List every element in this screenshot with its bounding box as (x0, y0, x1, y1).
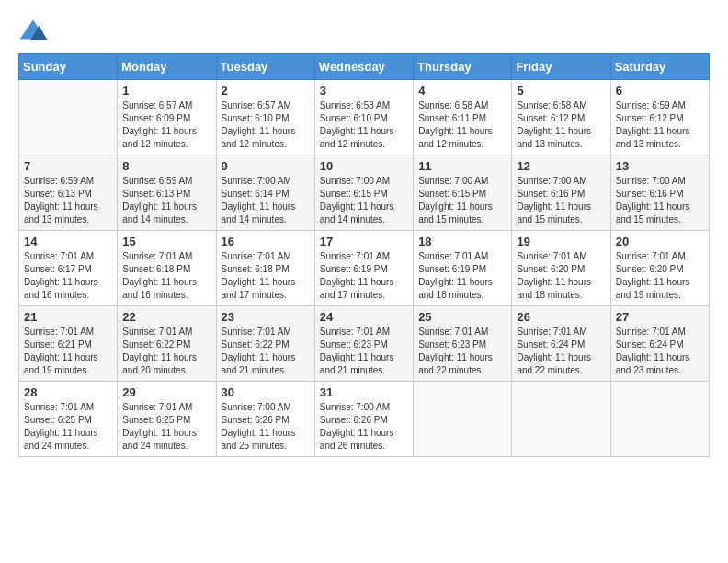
day-info: Sunrise: 7:00 AM Sunset: 6:16 PM Dayligh… (517, 175, 605, 226)
calendar-cell: 21Sunrise: 7:01 AM Sunset: 6:21 PM Dayli… (19, 306, 118, 382)
day-info: Sunrise: 6:59 AM Sunset: 6:13 PM Dayligh… (122, 175, 210, 226)
calendar-cell: 27Sunrise: 7:01 AM Sunset: 6:24 PM Dayli… (610, 306, 709, 382)
calendar-cell (414, 382, 512, 457)
day-info: Sunrise: 7:01 AM Sunset: 6:24 PM Dayligh… (616, 326, 704, 377)
calendar-cell: 29Sunrise: 7:01 AM Sunset: 6:25 PM Dayli… (118, 382, 216, 457)
day-info: Sunrise: 7:01 AM Sunset: 6:20 PM Dayligh… (616, 250, 704, 302)
calendar-cell (19, 80, 118, 155)
day-number: 7 (24, 159, 112, 173)
calendar-cell: 7Sunrise: 6:59 AM Sunset: 6:13 PM Daylig… (19, 155, 118, 231)
calendar-cell: 14Sunrise: 7:01 AM Sunset: 6:17 PM Dayli… (19, 231, 118, 306)
day-info: Sunrise: 7:01 AM Sunset: 6:19 PM Dayligh… (418, 250, 506, 302)
day-number: 22 (122, 310, 210, 324)
day-info: Sunrise: 7:01 AM Sunset: 6:20 PM Dayligh… (517, 250, 605, 302)
day-header-sunday: Sunday (19, 54, 118, 80)
day-info: Sunrise: 7:00 AM Sunset: 6:15 PM Dayligh… (320, 175, 408, 226)
day-info: Sunrise: 6:58 AM Sunset: 6:11 PM Dayligh… (418, 99, 506, 151)
calendar-week-row: 14Sunrise: 7:01 AM Sunset: 6:17 PM Dayli… (19, 231, 710, 306)
day-info: Sunrise: 6:58 AM Sunset: 6:12 PM Dayligh… (517, 99, 605, 151)
calendar-cell: 24Sunrise: 7:01 AM Sunset: 6:23 PM Dayli… (314, 306, 413, 382)
day-info: Sunrise: 7:01 AM Sunset: 6:23 PM Dayligh… (320, 326, 408, 377)
day-number: 12 (517, 159, 605, 173)
calendar-week-row: 21Sunrise: 7:01 AM Sunset: 6:21 PM Dayli… (19, 306, 710, 382)
day-info: Sunrise: 6:59 AM Sunset: 6:13 PM Dayligh… (24, 175, 112, 226)
day-header-thursday: Thursday (414, 54, 512, 80)
day-number: 16 (222, 235, 310, 248)
day-number: 30 (222, 385, 310, 399)
day-number: 28 (24, 385, 112, 399)
day-number: 5 (517, 84, 605, 98)
calendar-cell: 12Sunrise: 7:00 AM Sunset: 6:16 PM Dayli… (512, 155, 610, 231)
calendar-cell: 11Sunrise: 7:00 AM Sunset: 6:15 PM Dayli… (414, 155, 512, 231)
calendar-cell: 4Sunrise: 6:58 AM Sunset: 6:11 PM Daylig… (414, 80, 512, 155)
calendar-cell: 22Sunrise: 7:01 AM Sunset: 6:22 PM Dayli… (118, 306, 216, 382)
day-number: 13 (616, 159, 704, 173)
day-number: 18 (418, 235, 506, 248)
day-info: Sunrise: 6:57 AM Sunset: 6:10 PM Dayligh… (222, 99, 310, 151)
calendar-cell: 5Sunrise: 6:58 AM Sunset: 6:12 PM Daylig… (512, 80, 610, 155)
day-number: 27 (616, 310, 704, 324)
calendar-cell: 28Sunrise: 7:01 AM Sunset: 6:25 PM Dayli… (19, 382, 118, 457)
calendar-cell: 23Sunrise: 7:01 AM Sunset: 6:22 PM Dayli… (216, 306, 314, 382)
day-header-saturday: Saturday (610, 54, 709, 80)
day-header-tuesday: Tuesday (216, 54, 314, 80)
day-info: Sunrise: 7:01 AM Sunset: 6:18 PM Dayligh… (122, 250, 210, 302)
page-header (18, 18, 710, 44)
calendar-cell: 16Sunrise: 7:01 AM Sunset: 6:18 PM Dayli… (216, 231, 314, 306)
calendar-cell: 15Sunrise: 7:01 AM Sunset: 6:18 PM Dayli… (118, 231, 216, 306)
calendar-cell: 9Sunrise: 7:00 AM Sunset: 6:14 PM Daylig… (216, 155, 314, 231)
calendar-table: SundayMondayTuesdayWednesdayThursdayFrid… (18, 53, 710, 457)
day-info: Sunrise: 7:00 AM Sunset: 6:16 PM Dayligh… (616, 175, 704, 226)
logo (18, 18, 51, 44)
calendar-header-row: SundayMondayTuesdayWednesdayThursdayFrid… (19, 54, 710, 80)
calendar-cell: 2Sunrise: 6:57 AM Sunset: 6:10 PM Daylig… (216, 80, 314, 155)
day-info: Sunrise: 7:01 AM Sunset: 6:17 PM Dayligh… (24, 250, 112, 302)
day-info: Sunrise: 7:01 AM Sunset: 6:19 PM Dayligh… (320, 250, 408, 302)
day-info: Sunrise: 6:59 AM Sunset: 6:12 PM Dayligh… (616, 99, 704, 151)
day-number: 23 (222, 310, 310, 324)
day-info: Sunrise: 7:01 AM Sunset: 6:25 PM Dayligh… (122, 401, 210, 453)
calendar-cell: 10Sunrise: 7:00 AM Sunset: 6:15 PM Dayli… (314, 155, 413, 231)
calendar-cell: 13Sunrise: 7:00 AM Sunset: 6:16 PM Dayli… (610, 155, 709, 231)
day-info: Sunrise: 7:00 AM Sunset: 6:14 PM Dayligh… (222, 175, 310, 226)
day-number: 25 (418, 310, 506, 324)
day-number: 3 (320, 84, 408, 98)
day-info: Sunrise: 7:01 AM Sunset: 6:22 PM Dayligh… (222, 326, 310, 377)
calendar-cell: 25Sunrise: 7:01 AM Sunset: 6:23 PM Dayli… (414, 306, 512, 382)
calendar-cell (512, 382, 610, 457)
day-info: Sunrise: 7:01 AM Sunset: 6:25 PM Dayligh… (24, 401, 112, 453)
day-number: 1 (122, 84, 210, 98)
day-number: 26 (517, 310, 605, 324)
day-number: 10 (320, 159, 408, 173)
calendar-cell: 17Sunrise: 7:01 AM Sunset: 6:19 PM Dayli… (314, 231, 413, 306)
day-number: 24 (320, 310, 408, 324)
calendar-cell: 26Sunrise: 7:01 AM Sunset: 6:24 PM Dayli… (512, 306, 610, 382)
day-info: Sunrise: 7:01 AM Sunset: 6:22 PM Dayligh… (122, 326, 210, 377)
day-number: 14 (24, 235, 112, 248)
day-number: 20 (616, 235, 704, 248)
calendar-cell: 8Sunrise: 6:59 AM Sunset: 6:13 PM Daylig… (118, 155, 216, 231)
calendar-week-row: 1Sunrise: 6:57 AM Sunset: 6:09 PM Daylig… (19, 80, 710, 155)
calendar-cell: 1Sunrise: 6:57 AM Sunset: 6:09 PM Daylig… (118, 80, 216, 155)
day-number: 6 (616, 84, 704, 98)
day-info: Sunrise: 7:00 AM Sunset: 6:15 PM Dayligh… (418, 175, 506, 226)
logo-icon (18, 18, 48, 44)
day-number: 9 (222, 159, 310, 173)
day-info: Sunrise: 7:01 AM Sunset: 6:24 PM Dayligh… (517, 326, 605, 377)
day-info: Sunrise: 7:00 AM Sunset: 6:26 PM Dayligh… (320, 401, 408, 453)
calendar-cell: 19Sunrise: 7:01 AM Sunset: 6:20 PM Dayli… (512, 231, 610, 306)
calendar-cell: 30Sunrise: 7:00 AM Sunset: 6:26 PM Dayli… (216, 382, 314, 457)
day-header-monday: Monday (118, 54, 216, 80)
calendar-cell: 3Sunrise: 6:58 AM Sunset: 6:10 PM Daylig… (314, 80, 413, 155)
day-number: 11 (418, 159, 506, 173)
day-number: 29 (122, 385, 210, 399)
day-info: Sunrise: 7:01 AM Sunset: 6:18 PM Dayligh… (222, 250, 310, 302)
calendar-body: 1Sunrise: 6:57 AM Sunset: 6:09 PM Daylig… (19, 80, 710, 457)
calendar-cell: 20Sunrise: 7:01 AM Sunset: 6:20 PM Dayli… (610, 231, 709, 306)
day-number: 8 (122, 159, 210, 173)
calendar-cell: 18Sunrise: 7:01 AM Sunset: 6:19 PM Dayli… (414, 231, 512, 306)
calendar-week-row: 7Sunrise: 6:59 AM Sunset: 6:13 PM Daylig… (19, 155, 710, 231)
day-number: 15 (122, 235, 210, 248)
day-number: 2 (222, 84, 310, 98)
day-number: 21 (24, 310, 112, 324)
